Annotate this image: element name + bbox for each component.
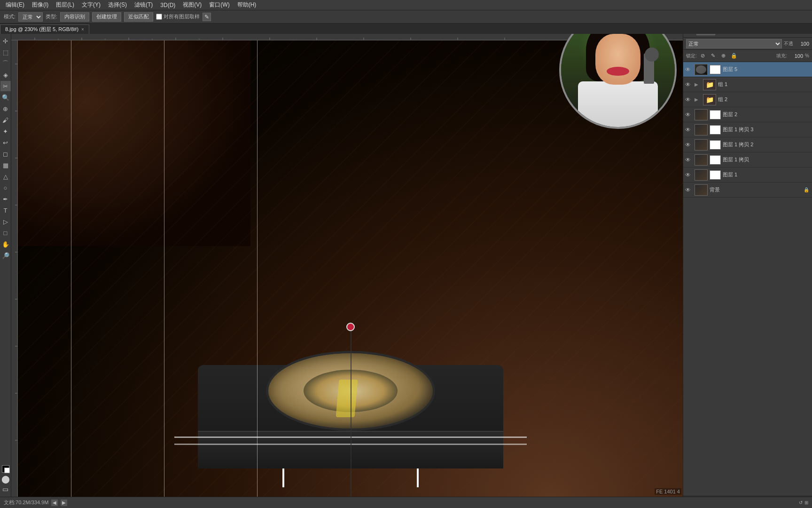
foreground-color[interactable]: [2, 465, 9, 473]
opacity-label: 不透: [784, 40, 793, 47]
menu-filter[interactable]: 滤镜(T): [131, 0, 156, 10]
expand-group2[interactable]: ▶: [695, 97, 701, 102]
mask-thumbnail-layer5: [710, 65, 721, 74]
proximity-match-btn[interactable]: 近似匹配: [124, 12, 153, 22]
expand-group1[interactable]: ▶: [695, 82, 701, 87]
pen-tool[interactable]: ✒: [0, 194, 11, 204]
right-panel: ⊞ ▤ ✒ ↺ ℹ A ¶ 图层 通道 路径 🔍 类型 ▦ ≡ 正常 不透 10…: [683, 0, 812, 508]
sample-all-layers-label: 对所有图层取样: [164, 13, 200, 20]
lock-pixels-icon[interactable]: ✎: [709, 52, 718, 60]
visibility-icon-layer1[interactable]: 👁: [685, 172, 693, 178]
fill-percent: %: [805, 53, 809, 58]
layer-item-layer1copy2[interactable]: 👁 图层 1 拷贝 2: [683, 137, 812, 152]
guide-line-2: [164, 40, 164, 497]
visibility-icon-layer1copy[interactable]: 👁: [685, 157, 693, 163]
mask-thumbnail-layer1copy: [710, 155, 721, 165]
visibility-icon-layer5[interactable]: 👁: [685, 66, 693, 73]
blend-mode-select[interactable]: 正常: [686, 39, 782, 48]
sample-all-layers-wrap: 对所有图层取样: [156, 13, 200, 20]
bottom-right-controls: ↺ ⊞: [799, 500, 808, 505]
layer-item-layer1copy3[interactable]: 👁 图层 1 拷贝 3: [683, 122, 812, 137]
visibility-icon-layer1copy3[interactable]: 👁: [685, 127, 693, 133]
thumbnail-background: [695, 184, 708, 196]
lock-all-icon[interactable]: 🔒: [730, 52, 738, 60]
history-brush-tool[interactable]: ↩: [0, 137, 11, 148]
lock-transparent-icon[interactable]: ⊘: [699, 52, 707, 60]
lasso-tool[interactable]: ⌒: [0, 58, 11, 69]
layer-name-layer1copy2: 图层 1 拷贝 2: [723, 141, 810, 148]
sample-all-layers-checkbox[interactable]: [156, 14, 162, 20]
menu-select[interactable]: 选择(S): [104, 0, 131, 10]
layer-name-background: 背景: [710, 186, 802, 193]
quick-select-tool[interactable]: ◈: [0, 70, 11, 80]
marquee-tool[interactable]: ⬚: [0, 47, 11, 57]
content-aware-btn[interactable]: 内容识别: [60, 12, 89, 22]
blur-tool[interactable]: △: [0, 171, 11, 182]
bottom-icon-1[interactable]: ↺: [799, 500, 803, 505]
menu-3d[interactable]: 3D(D): [156, 1, 179, 9]
transform-line-v: [351, 327, 351, 497]
menu-edit[interactable]: 编辑(E): [2, 0, 28, 10]
fill-value: 100: [789, 53, 803, 59]
mask-thumbnail-layer1: [710, 170, 721, 180]
mask-thumbnail-layer1copy3: [710, 125, 721, 135]
visibility-icon-layer2[interactable]: 👁: [685, 111, 693, 118]
transform-handle[interactable]: [346, 323, 355, 331]
menu-text[interactable]: 文字(Y): [78, 0, 104, 10]
menu-help[interactable]: 帮助(H): [234, 0, 260, 10]
type-label: 类型:: [46, 13, 57, 20]
shape-tool[interactable]: □: [0, 228, 11, 238]
screen-mode-btn[interactable]: ▭: [2, 485, 8, 493]
layer-item-layer2[interactable]: 👁 图层 2: [683, 107, 812, 122]
guide-line-1: [71, 40, 71, 497]
eyedropper-tool[interactable]: 🔍: [0, 92, 11, 103]
layer-item-group2[interactable]: 👁 ▶ 📁 组 2: [683, 92, 812, 107]
mode-label: 模式:: [4, 13, 16, 20]
tab-file[interactable]: 8.jpg @ 230% (图层 5, RGB/8#) ×: [0, 24, 89, 34]
visibility-icon-group1[interactable]: 👁: [685, 81, 693, 88]
menu-window[interactable]: 窗口(W): [205, 0, 233, 10]
dodge-tool[interactable]: ○: [0, 183, 11, 193]
vertical-ruler: [11, 40, 18, 497]
move-tool[interactable]: ✢: [0, 36, 11, 46]
gradient-tool[interactable]: ▦: [0, 160, 11, 170]
layer-item-layer1copy[interactable]: 👁 图层 1 拷贝: [683, 152, 812, 167]
bottom-icon-2[interactable]: ⊞: [804, 500, 808, 505]
fill-label: 填充:: [776, 53, 787, 59]
thumbnail-layer1copy: [695, 154, 708, 166]
visibility-icon-layer1copy2[interactable]: 👁: [685, 142, 693, 148]
layer-name-group1: 组 1: [718, 81, 810, 88]
layer-item-group1[interactable]: 👁 ▶ 📁 组 1: [683, 77, 812, 92]
layer-item-background[interactable]: 👁 背景 🔒: [683, 183, 812, 198]
layer-item-layer1[interactable]: 👁 图层 1: [683, 167, 812, 183]
clone-stamp-tool[interactable]: ✦: [0, 126, 11, 136]
menu-view[interactable]: 视图(V): [179, 0, 205, 10]
layer-item-layer5[interactable]: 👁 图层 5: [683, 62, 812, 77]
mask-thumbnail-layer1copy2: [710, 140, 721, 150]
hand-tool[interactable]: ✋: [0, 239, 11, 249]
mode-select[interactable]: 正常: [18, 12, 43, 22]
create-texture-btn[interactable]: 创建纹理: [92, 12, 121, 22]
visibility-icon-group2[interactable]: 👁: [685, 96, 693, 103]
text-tool[interactable]: T: [0, 205, 11, 215]
layer-list: 👁 图层 5 👁 ▶ 📁 组 1 👁 ▶ 📁 组 2: [683, 62, 812, 496]
menu-layer[interactable]: 图层(L): [52, 0, 78, 10]
prev-page-btn[interactable]: ◀: [51, 500, 58, 506]
healing-brush-tool[interactable]: ⊕: [0, 103, 11, 114]
path-select-tool[interactable]: ▷: [0, 216, 11, 227]
tab-close-btn[interactable]: ×: [81, 27, 84, 32]
next-page-btn[interactable]: ▶: [61, 500, 67, 506]
eraser-tool[interactable]: ◻: [0, 149, 11, 159]
left-toolbox: ✢ ⬚ ⌒ ◈ ✂ 🔍 ⊕ 🖌 ✦ ↩ ◻ ▦ △ ○ ✒ T ▷ □ ✋ 🔎 …: [0, 34, 11, 497]
menu-bar: 编辑(E) 图像(I) 图层(L) 文字(Y) 选择(S) 滤镜(T) 3D(D…: [0, 0, 812, 10]
crop-tool[interactable]: ✂: [0, 81, 11, 91]
menu-image[interactable]: 图像(I): [28, 0, 52, 10]
zoom-tool[interactable]: 🔎: [0, 250, 11, 261]
opacity-value: 100: [795, 41, 809, 47]
visibility-icon-background[interactable]: 👁: [685, 187, 693, 193]
quick-mask-btn[interactable]: ⬤: [1, 475, 10, 484]
brush-settings-icon[interactable]: ✎: [203, 13, 211, 21]
lock-position-icon[interactable]: ⊕: [719, 52, 728, 60]
brush-tool[interactable]: 🖌: [0, 115, 11, 125]
background-color[interactable]: [4, 468, 10, 473]
